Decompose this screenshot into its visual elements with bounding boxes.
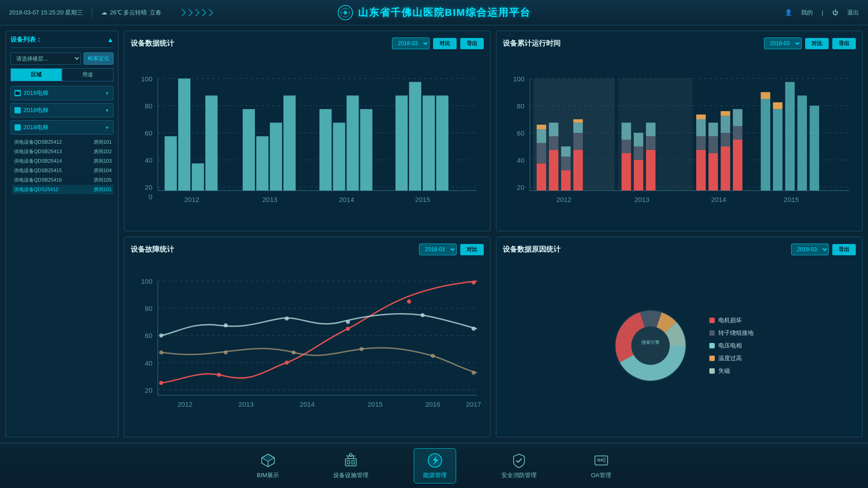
- panel3-chart: 100 80 60 40 20 2012 2013 2014 2015 2016…: [131, 261, 484, 431]
- svg-rect-4: [15, 91, 18, 93]
- svg-rect-73: [646, 150, 656, 191]
- device-row-6[interactable]: 供电设备QDS25412 房间101: [12, 185, 113, 194]
- device-list: 供电设备QDSB25412 房间101 供电设备QDSB25413 房间102 …: [12, 137, 113, 194]
- svg-text:80: 80: [145, 305, 152, 312]
- svg-rect-18: [165, 136, 177, 190]
- panel2-compare-btn[interactable]: 对比: [805, 38, 829, 49]
- svg-rect-83: [708, 122, 718, 136]
- floor-select[interactable]: 请选择楼层...: [10, 52, 81, 65]
- panel2-chart: 100 80 60 40 20: [503, 55, 856, 225]
- header-info: 2018-03-07 15:25:20 星期三 ☁ 26℃ 多云转晴 立春: [9, 8, 161, 17]
- nav-label-oa: OA管理: [591, 471, 611, 479]
- svg-rect-87: [721, 111, 730, 116]
- device-row-5[interactable]: 供电设备QDSB25416 房间105: [12, 175, 113, 185]
- svg-text:2012: 2012: [184, 196, 199, 203]
- chevron-icon-3: ▼: [105, 125, 109, 130]
- svg-text:0: 0: [149, 193, 152, 201]
- device-row-3[interactable]: 供电设备QDSB25414 房间103: [12, 156, 113, 166]
- device-room-3: 房间103: [94, 158, 112, 164]
- legend-label-5: 失磁: [718, 367, 730, 375]
- svg-point-130: [159, 351, 163, 355]
- device-row-2[interactable]: 供电设备QDSB25413 房间102: [12, 147, 113, 156]
- sidebar-header: 设备列表： ▲: [10, 36, 113, 48]
- panel1-title: 设备数据统计: [131, 39, 174, 48]
- chevron-icon-2: ▼: [105, 108, 109, 113]
- bar-chart-1-svg: 100 80 60 40 20 0 2012: [131, 55, 484, 225]
- device-room-1: 房间101: [94, 139, 112, 145]
- device-row-1[interactable]: 供电设备QDSB25412 房间101: [12, 137, 113, 147]
- svg-rect-19: [178, 79, 190, 191]
- panel4-header: 设备数据原因统计 2018-03 导出: [503, 244, 856, 255]
- svg-rect-93: [761, 92, 770, 99]
- panel1-export-btn[interactable]: 导出: [460, 38, 484, 49]
- locate-button[interactable]: 检索定位: [84, 52, 113, 65]
- nav-item-facility[interactable]: 设备设施管理: [324, 449, 377, 483]
- nav-label-facility: 设备设施管理: [333, 471, 368, 479]
- svg-rect-74: [646, 136, 656, 150]
- weather-icon: ☁: [101, 9, 107, 16]
- chevron-icon-1: ▼: [105, 91, 109, 96]
- svg-rect-68: [622, 140, 631, 153]
- tree-item-1[interactable]: 2018电梯 ▼: [10, 86, 113, 100]
- svg-point-2: [344, 11, 347, 14]
- nav-item-energy[interactable]: 能源管理: [414, 448, 456, 483]
- svg-rect-59: [561, 170, 571, 191]
- svg-text:100: 100: [141, 277, 152, 285]
- tab-area[interactable]: 区域: [10, 68, 62, 81]
- logo-icon: [337, 5, 354, 21]
- header-divider: [92, 8, 92, 17]
- panel3-controls: 2018-03 对比: [419, 244, 484, 255]
- weather-text: 26℃ 多云转晴: [110, 9, 147, 17]
- device-id-6: 供电设备QDS25412: [14, 186, 58, 193]
- panel4-date-select[interactable]: 2018-03: [791, 244, 829, 255]
- panel2-date-select[interactable]: 2018-03: [764, 38, 802, 49]
- tree-item-3[interactable]: 2018电梯 ▼: [10, 120, 113, 135]
- safety-icon: [511, 452, 527, 469]
- svg-rect-80: [696, 114, 706, 119]
- panel4-title: 设备数据原因统计: [503, 245, 561, 254]
- svg-rect-30: [347, 95, 359, 190]
- svg-rect-24: [256, 136, 269, 190]
- collapse-icon[interactable]: ▲: [107, 36, 113, 43]
- panel1-date-select[interactable]: 2018-03: [392, 38, 429, 49]
- device-row-4[interactable]: 供电设备QDSB25415 房间104: [12, 166, 113, 175]
- svg-text:2013: 2013: [262, 196, 277, 203]
- svg-rect-33: [396, 95, 408, 190]
- tree-label-3: 2018电梯: [24, 123, 48, 131]
- panel2-export-btn[interactable]: 导出: [832, 38, 856, 49]
- svg-rect-86: [721, 116, 730, 133]
- nav-item-bim[interactable]: BIM展示: [248, 449, 288, 483]
- device-room-6: 房间101: [94, 186, 112, 193]
- panel3-date-select[interactable]: 2018-03: [419, 244, 457, 255]
- svg-text:100: 100: [513, 75, 524, 83]
- nav-item-oa[interactable]: OA OA管理: [582, 449, 620, 483]
- tab-use[interactable]: 用途: [62, 68, 113, 81]
- svg-point-142: [632, 327, 670, 365]
- legend-item-1: 电机损坏: [709, 316, 754, 324]
- svg-text:20: 20: [145, 386, 152, 394]
- panel1-compare-btn[interactable]: 对比: [433, 38, 457, 49]
- svg-rect-90: [733, 109, 742, 126]
- line-chart-svg: 100 80 60 40 20 2012 2013 2014 2015 2016…: [131, 261, 484, 431]
- panel-device-stats: 设备数据统计 2018-03 对比 导出: [124, 31, 491, 231]
- legend-dot-4: [709, 356, 715, 361]
- tree-item-2[interactable]: 2018电梯 ▼: [10, 103, 113, 117]
- panel3-compare-btn[interactable]: 对比: [460, 244, 484, 255]
- svg-text:2014: 2014: [711, 196, 726, 203]
- svg-rect-78: [696, 136, 706, 150]
- nav-item-safety[interactable]: 安全消防管理: [492, 449, 546, 483]
- svg-point-120: [285, 361, 289, 365]
- svg-text:100: 100: [141, 75, 152, 83]
- svg-rect-36: [436, 95, 448, 190]
- svg-text:60: 60: [517, 129, 524, 137]
- svg-rect-89: [733, 126, 742, 140]
- user-label[interactable]: 我的: [801, 9, 813, 17]
- panel4-export-btn[interactable]: 导出: [832, 244, 856, 255]
- svg-rect-63: [573, 133, 583, 150]
- panel3-header: 设备故障统计 2018-03 对比: [131, 244, 484, 255]
- svg-rect-84: [721, 146, 730, 191]
- logout-label[interactable]: 退出: [847, 9, 859, 17]
- header-actions: 👤 我的 | ⏻ 退出: [785, 9, 859, 17]
- svg-rect-64: [573, 122, 583, 133]
- svg-point-121: [346, 327, 350, 331]
